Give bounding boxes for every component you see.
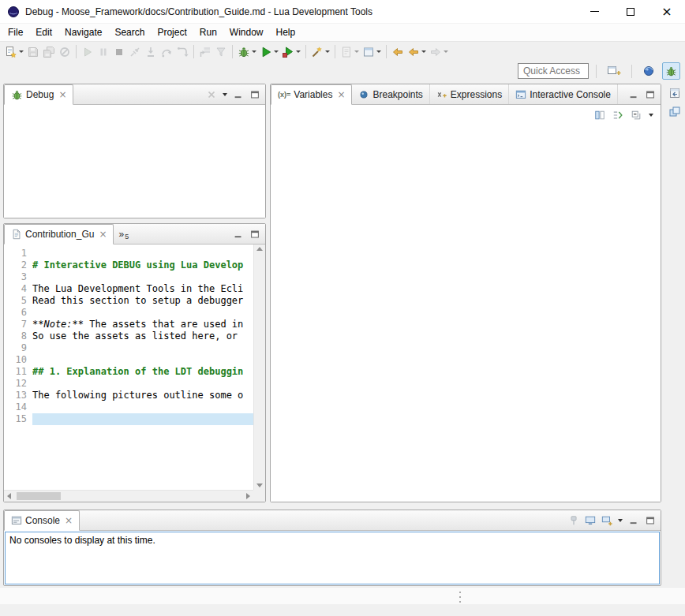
code-line[interactable]	[32, 354, 253, 366]
code-line[interactable]	[32, 271, 253, 283]
view-menu-icon[interactable]	[649, 114, 653, 117]
maximize-view-icon[interactable]	[249, 229, 260, 240]
code-line[interactable]	[32, 378, 253, 390]
code-line[interactable]: The Lua Development Tools in the Ecli	[32, 283, 253, 295]
menu-edit[interactable]: Edit	[29, 24, 58, 40]
dropdown-caret-icon[interactable]	[274, 50, 279, 53]
minimize-view-icon[interactable]	[233, 89, 244, 100]
tab-breakpoints[interactable]: Breakpoints	[352, 84, 429, 104]
menu-search[interactable]: Search	[108, 24, 151, 40]
dropdown-caret-icon[interactable]	[19, 50, 24, 53]
external-tools-button[interactable]	[280, 43, 302, 61]
code-line[interactable]	[32, 342, 253, 354]
run-button[interactable]	[258, 43, 280, 61]
code-line[interactable]	[32, 248, 253, 259]
last-edit-location-button[interactable]	[390, 43, 406, 61]
code-line[interactable]: Read this section to setup a debugger	[32, 295, 253, 307]
forward-button[interactable]	[428, 43, 450, 61]
minimize-view-icon[interactable]	[628, 89, 639, 100]
console-body[interactable]: No consoles to display at this time.	[5, 532, 660, 584]
disconnect-button[interactable]	[127, 43, 143, 61]
code-line[interactable]: # Interactive DEBUG using Lua Develop	[32, 259, 253, 271]
menu-file[interactable]: File	[2, 24, 29, 40]
show-columns-icon[interactable]	[594, 110, 605, 121]
tab-overflow-button[interactable]: » 5	[114, 224, 133, 244]
horizontal-scrollbar[interactable]	[4, 490, 253, 502]
maximize-view-icon[interactable]	[645, 89, 656, 100]
perspective-debug-button[interactable]	[662, 62, 680, 80]
open-console-icon[interactable]	[601, 515, 612, 526]
skip-all-breakpoints-button[interactable]	[57, 43, 73, 61]
collapse-all-icon[interactable]	[631, 110, 642, 121]
back-button[interactable]	[406, 43, 428, 61]
tab-variables[interactable]: (x)= Variables ×	[271, 84, 352, 105]
maximize-view-icon[interactable]	[645, 515, 656, 526]
resume-button[interactable]	[80, 43, 95, 61]
vertical-scrollbar[interactable]	[253, 245, 265, 490]
code-line[interactable]: ## 1. Explanation of the LDT debuggin	[32, 366, 253, 378]
dropdown-caret-icon[interactable]	[354, 50, 359, 53]
window-minimize-button[interactable]	[576, 0, 612, 23]
maximize-view-icon[interactable]	[249, 89, 260, 100]
tab-close-icon[interactable]: ×	[99, 229, 107, 240]
menu-help[interactable]: Help	[270, 24, 302, 40]
view-menu-icon[interactable]	[223, 93, 227, 96]
tab-contribution-guide[interactable]: Contribution_Gu ×	[4, 224, 114, 245]
open-search-button[interactable]	[309, 43, 331, 61]
scroll-left-icon[interactable]	[7, 493, 11, 499]
open-perspective-button[interactable]	[604, 62, 624, 80]
new-wizard-button[interactable]	[3, 43, 25, 61]
display-selected-console-icon[interactable]	[585, 515, 596, 526]
menu-navigate[interactable]: Navigate	[58, 24, 108, 40]
dropdown-caret-icon[interactable]	[376, 50, 381, 53]
window-maximize-button[interactable]	[612, 0, 649, 23]
save-all-button[interactable]	[41, 43, 57, 61]
sash-drag-handle[interactable]	[459, 592, 461, 603]
menu-run[interactable]: Run	[193, 24, 223, 40]
code-line[interactable]	[32, 413, 253, 425]
open-console-menu-icon[interactable]	[618, 519, 623, 522]
new-lua-file-button[interactable]	[339, 43, 361, 61]
tab-interactive-console[interactable]: Interactive Console	[509, 84, 618, 104]
step-into-button[interactable]	[143, 43, 159, 61]
perspective-ldt-button[interactable]	[639, 62, 658, 80]
code-line[interactable]: **Note:** The assets that are used in	[32, 319, 253, 330]
minimize-view-icon[interactable]	[628, 515, 639, 526]
tab-close-icon[interactable]: ×	[58, 89, 66, 100]
code-line[interactable]: So use the assets as listed here, or	[32, 330, 253, 342]
save-button[interactable]	[25, 43, 41, 61]
dropdown-caret-icon[interactable]	[252, 50, 256, 53]
code-line[interactable]: The following pictures outline some o	[32, 390, 253, 401]
scroll-up-icon[interactable]	[256, 247, 263, 251]
dropdown-caret-icon[interactable]	[421, 50, 426, 53]
pin-console-icon[interactable]	[568, 515, 579, 526]
code-area[interactable]: # Interactive DEBUG using Lua DevelopThe…	[32, 245, 253, 490]
code-line[interactable]	[32, 401, 253, 413]
show-logical-structure-icon[interactable]	[612, 110, 623, 121]
dropdown-caret-icon[interactable]	[296, 50, 301, 53]
scroll-down-icon[interactable]	[256, 483, 263, 487]
step-over-button[interactable]	[159, 43, 174, 61]
minimize-view-icon[interactable]	[233, 229, 244, 240]
tab-close-icon[interactable]: ×	[337, 89, 345, 100]
step-return-button[interactable]	[174, 43, 190, 61]
debug-view-body[interactable]	[4, 105, 265, 218]
dropdown-caret-icon[interactable]	[444, 50, 448, 53]
quick-access-box[interactable]: Quick Access	[518, 63, 589, 79]
suspend-button[interactable]	[95, 43, 111, 61]
menu-project[interactable]: Project	[151, 24, 193, 40]
drop-to-frame-button[interactable]	[197, 43, 213, 61]
variables-view-body[interactable]	[271, 125, 661, 502]
tab-console[interactable]: Console ×	[4, 510, 80, 531]
use-step-filters-button[interactable]	[213, 43, 229, 61]
menu-window[interactable]: Window	[223, 24, 270, 40]
terminate-button[interactable]	[111, 43, 127, 61]
scrollbar-thumb[interactable]	[17, 492, 61, 500]
scroll-right-icon[interactable]	[246, 493, 250, 499]
tab-expressions[interactable]: Expressions	[430, 84, 509, 104]
restore-minimized-view-button[interactable]	[667, 85, 683, 101]
window-close-button[interactable]: ×	[649, 0, 685, 23]
open-element-button[interactable]	[361, 43, 383, 61]
tab-debug[interactable]: Debug ×	[4, 84, 73, 105]
tab-close-icon[interactable]: ×	[65, 515, 73, 526]
